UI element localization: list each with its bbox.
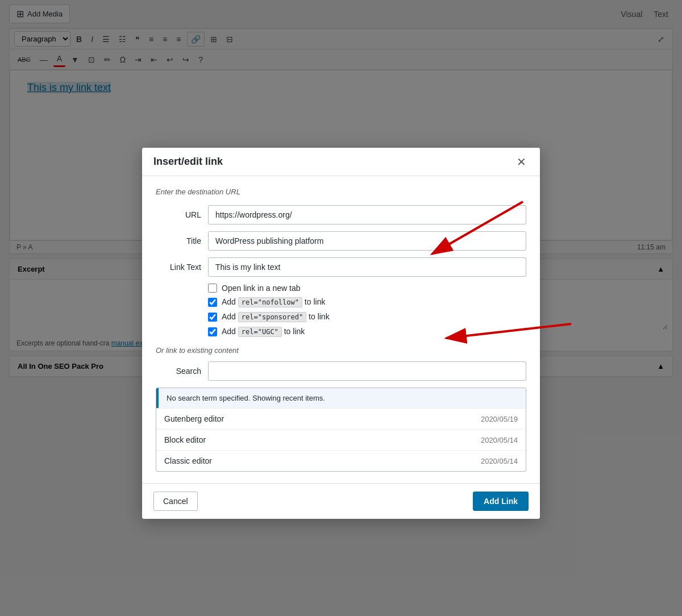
search-results: No search term specified. Showing recent… (156, 388, 526, 472)
add-link-button[interactable]: Add Link (473, 492, 529, 511)
checkbox-nofollow-label: Add rel="nofollow" to link (222, 297, 325, 307)
checkbox-ugc-label: Add rel="UGC" to link (222, 327, 305, 337)
url-input[interactable] (208, 205, 526, 224)
ugc-badge: rel="UGC" (238, 327, 282, 337)
link-text-row: Link Text (156, 257, 526, 277)
modal-title: Insert/edit link (153, 156, 223, 168)
modal-body: Enter the destination URL URL Title Link… (142, 176, 540, 483)
checkbox-nofollow[interactable] (208, 298, 217, 307)
insert-edit-link-modal: Insert/edit link ✕ Enter the destination… (142, 148, 540, 519)
sponsored-add-text: Add (222, 312, 236, 321)
search-result-item-0[interactable]: Gutenberg editor 2020/05/19 (156, 408, 526, 429)
nofollow-suffix: to link (305, 297, 326, 306)
modal-close-button[interactable]: ✕ (514, 156, 529, 168)
search-result-title-2: Classic editor (164, 456, 212, 465)
checkbox-nofollow-row: Add rel="nofollow" to link (208, 297, 526, 307)
title-label: Title (156, 236, 201, 245)
checkbox-sponsored-label: Add rel="sponsored" to link (222, 312, 330, 322)
search-result-item-2[interactable]: Classic editor 2020/05/14 (156, 450, 526, 471)
sponsored-badge: rel="sponsored" (238, 312, 306, 322)
title-row: Title (156, 231, 526, 251)
search-row: Search (156, 361, 526, 381)
link-text-label: Link Text (156, 263, 201, 272)
search-result-date-1: 2020/05/14 (481, 436, 518, 444)
modal-hint: Enter the destination URL (156, 188, 526, 196)
checkboxes-area: Open link in a new tab Add rel="nofollow… (156, 284, 526, 337)
url-label: URL (156, 210, 201, 219)
search-result-item-1[interactable]: Block editor 2020/05/14 (156, 429, 526, 450)
ugc-suffix: to link (284, 327, 305, 336)
checkbox-sponsored-row: Add rel="sponsored" to link (208, 312, 526, 322)
link-text-input[interactable] (208, 257, 526, 277)
search-input[interactable] (208, 361, 526, 381)
checkbox-new-tab[interactable] (208, 284, 217, 293)
title-input[interactable] (208, 231, 526, 251)
nofollow-add-text: Add (222, 297, 236, 306)
checkbox-new-tab-row: Open link in a new tab (208, 284, 526, 293)
nofollow-badge: rel="nofollow" (238, 297, 302, 307)
search-result-date-0: 2020/05/19 (481, 415, 518, 423)
checkbox-ugc[interactable] (208, 327, 217, 336)
checkbox-new-tab-label[interactable]: Open link in a new tab (222, 284, 301, 293)
url-row: URL (156, 205, 526, 224)
checkbox-sponsored[interactable] (208, 313, 217, 322)
search-result-date-2: 2020/05/14 (481, 457, 518, 465)
modal-header: Insert/edit link ✕ (142, 148, 540, 176)
search-label: Search (156, 367, 201, 376)
search-result-title-1: Block editor (164, 435, 206, 444)
search-info-row: No search term specified. Showing recent… (156, 388, 526, 408)
search-result-title-0: Gutenberg editor (164, 414, 224, 423)
search-results-inner: No search term specified. Showing recent… (156, 388, 526, 471)
checkbox-ugc-row: Add rel="UGC" to link (208, 327, 526, 337)
ugc-add-text: Add (222, 327, 236, 336)
cancel-button[interactable]: Cancel (153, 492, 198, 511)
sponsored-suffix: to link (309, 312, 330, 321)
modal-footer: Cancel Add Link (142, 483, 540, 519)
existing-content-hint: Or link to existing content (156, 346, 526, 355)
